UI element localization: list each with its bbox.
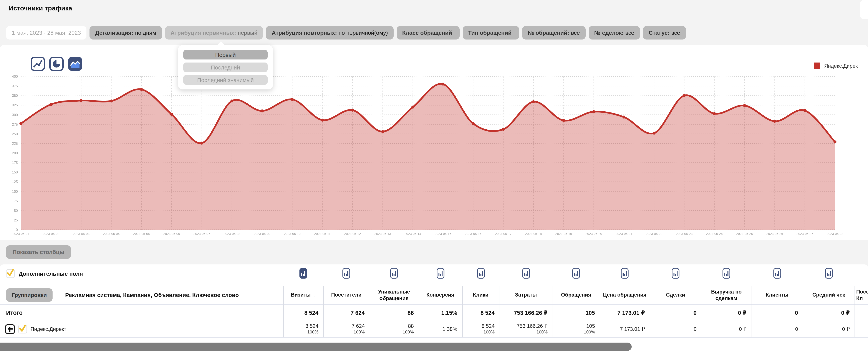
column-header-4[interactable]: Конверсия xyxy=(420,286,460,304)
dropdown-option-0[interactable]: Первый xyxy=(183,50,268,60)
column-header-11[interactable]: Клиенты xyxy=(753,286,801,304)
corner-panel xyxy=(860,0,868,19)
additional-fields-checkbox[interactable] xyxy=(6,269,15,278)
totals-cell-11: 0 xyxy=(751,305,798,320)
filter-button-6[interactable]: № обращений:все xyxy=(522,26,585,39)
row-cell-7: 105100% xyxy=(552,321,595,338)
svg-text:2023-05-10: 2023-05-10 xyxy=(284,232,301,235)
attribution-dropdown: ПервыйПоследнийПоследний значимый xyxy=(178,45,273,90)
column-chart-toggle-icon[interactable] xyxy=(299,268,307,281)
chart-type-toolbar xyxy=(30,57,83,71)
svg-text:2023-05-22: 2023-05-22 xyxy=(646,232,662,235)
traffic-area-chart[interactable]: 0255075100125150175200225250275300325350… xyxy=(0,45,868,240)
legend[interactable]: Яндекс.Директ xyxy=(814,63,860,69)
chart-type-pie-button[interactable] xyxy=(49,57,64,71)
svg-text:2023-05-27: 2023-05-27 xyxy=(797,232,813,235)
svg-text:2023-05-21: 2023-05-21 xyxy=(616,232,632,235)
svg-text:2023-05-08: 2023-05-08 xyxy=(223,232,240,235)
svg-text:2023-05-17: 2023-05-17 xyxy=(495,232,512,235)
column-header-7[interactable]: Обращения xyxy=(554,286,598,304)
svg-text:2023-05-11: 2023-05-11 xyxy=(314,232,331,235)
column-chart-toggle-icon[interactable] xyxy=(825,268,833,281)
svg-text:100: 100 xyxy=(12,190,18,193)
line-chart-icon xyxy=(30,57,45,71)
dropdown-option-2[interactable]: Последний значимый xyxy=(183,75,268,85)
filter-button-3[interactable]: Атрибуция повторных:по первичной(ому) xyxy=(266,26,394,39)
filter-button-2[interactable]: Атрибуция первичных:первый xyxy=(165,26,263,39)
filter-button-4[interactable]: Класс обращений xyxy=(397,26,459,39)
table-card: Дополнительные поля Визиты↓ПосетителиУни… xyxy=(0,264,868,353)
svg-text:2023-05-05: 2023-05-05 xyxy=(133,232,150,235)
chart-type-line-button[interactable] xyxy=(30,57,45,71)
show-columns-button[interactable]: Показать столбцы xyxy=(6,245,71,259)
horizontal-scrollbar-thumb[interactable] xyxy=(0,343,632,351)
row-cell-13 xyxy=(855,321,863,338)
filter-button-8[interactable]: Статус:все xyxy=(643,26,686,39)
svg-text:25: 25 xyxy=(14,218,18,222)
column-chart-toggle-icon[interactable] xyxy=(343,268,350,281)
svg-text:2023-05-25: 2023-05-25 xyxy=(736,232,753,235)
svg-text:2023-05-24: 2023-05-24 xyxy=(706,232,723,235)
svg-text:225: 225 xyxy=(12,142,18,146)
area-chart-icon xyxy=(68,57,83,71)
chart-type-area-button[interactable] xyxy=(68,57,83,71)
column-header-5[interactable]: Клики xyxy=(464,286,498,304)
filter-button-7[interactable]: № сделок:все xyxy=(589,26,640,39)
column-header-12[interactable]: Средний чек xyxy=(805,286,853,304)
column-header-9[interactable]: Сделки xyxy=(651,286,700,304)
column-chart-toggle-icon[interactable] xyxy=(672,268,679,281)
svg-text:2023-05-19: 2023-05-19 xyxy=(555,232,572,235)
column-header-1[interactable]: Визиты↓ xyxy=(285,286,321,304)
totals-cell-12: 0 ₽ xyxy=(803,305,850,320)
svg-text:2023-05-07: 2023-05-07 xyxy=(193,232,210,235)
svg-text:2023-05-01: 2023-05-01 xyxy=(12,232,29,235)
row-cell-9: 0 xyxy=(650,321,696,338)
svg-text:2023-05-14: 2023-05-14 xyxy=(404,232,421,235)
svg-text:150: 150 xyxy=(12,170,18,174)
svg-text:200: 200 xyxy=(12,151,18,155)
svg-text:50: 50 xyxy=(14,209,18,213)
column-header-3[interactable]: Уникальные обращения xyxy=(371,286,417,304)
pie-chart-icon xyxy=(49,57,64,71)
table-border xyxy=(1,286,1,338)
svg-text:2023-05-06: 2023-05-06 xyxy=(163,232,180,235)
column-header-13[interactable]: Посет Кл xyxy=(856,286,868,304)
svg-text:2023-05-28: 2023-05-28 xyxy=(827,232,843,235)
svg-text:350: 350 xyxy=(12,94,18,97)
column-chart-toggle-icon[interactable] xyxy=(722,268,730,281)
column-header-8[interactable]: Цена обращения xyxy=(601,286,648,304)
check-icon xyxy=(6,269,15,278)
dropdown-option-1[interactable]: Последний xyxy=(183,63,268,72)
column-header-2[interactable]: Посетители xyxy=(325,286,368,304)
row-cell-10: 0 ₽ xyxy=(702,321,747,338)
filter-date-range[interactable]: 1 мая, 2023 - 28 мая, 2023 xyxy=(6,26,87,39)
column-chart-toggle-icon[interactable] xyxy=(773,268,781,281)
svg-text:300: 300 xyxy=(12,113,18,117)
column-header-6[interactable]: Затраты xyxy=(501,286,551,304)
column-chart-toggle-icon[interactable] xyxy=(390,268,398,281)
additional-fields-row: Дополнительные поля xyxy=(6,269,83,278)
filter-button-1[interactable]: Детализация:по дням xyxy=(90,26,162,39)
row-cell-3: 88100% xyxy=(370,321,414,338)
totals-cell-7: 105 xyxy=(552,305,595,320)
column-chart-toggle-icon[interactable] xyxy=(522,268,530,281)
horizontal-scrollbar[interactable] xyxy=(0,343,868,351)
totals-cell-3: 88 xyxy=(370,305,414,320)
svg-text:2023-05-13: 2023-05-13 xyxy=(374,232,391,235)
row-checkbox[interactable] xyxy=(18,325,27,333)
column-chart-toggle-icon[interactable] xyxy=(572,268,580,281)
column-chart-toggle-icon[interactable] xyxy=(477,268,485,281)
column-header-10[interactable]: Выручка по сделкам xyxy=(703,286,750,304)
svg-text:2023-05-23: 2023-05-23 xyxy=(676,232,693,235)
row-cell-12: 0 ₽ xyxy=(803,321,850,338)
column-chart-toggle-icon[interactable] xyxy=(621,268,629,281)
column-chart-toggle-icon[interactable] xyxy=(436,268,444,281)
svg-text:375: 375 xyxy=(12,84,18,88)
groupings-button[interactable]: Группировки xyxy=(6,288,52,302)
svg-text:0: 0 xyxy=(16,228,18,232)
page-title: Источники трафика xyxy=(9,4,72,12)
expand-row-button[interactable] xyxy=(5,324,15,334)
filter-button-5[interactable]: Тип обращений xyxy=(462,26,519,39)
totals-cell-10: 0 ₽ xyxy=(702,305,747,320)
svg-text:250: 250 xyxy=(12,132,18,136)
